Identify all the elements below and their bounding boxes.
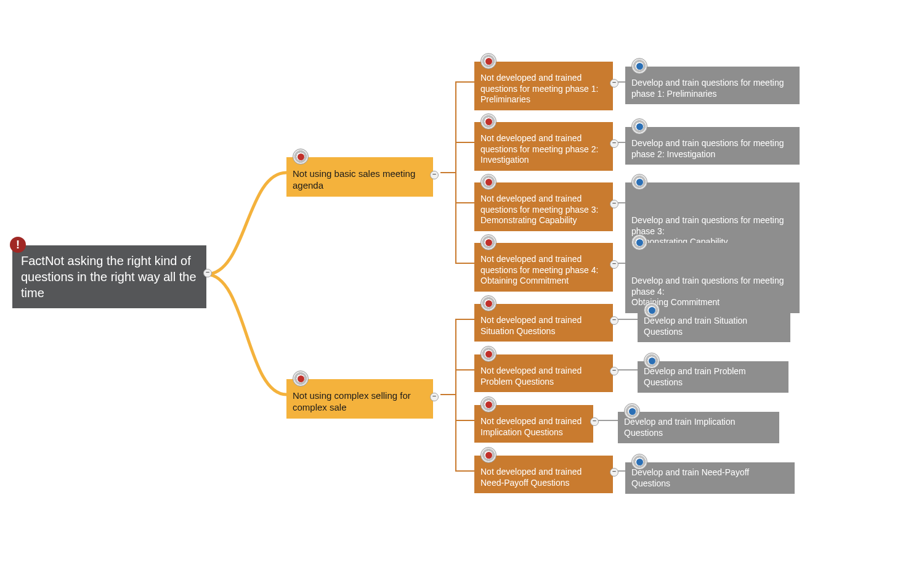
- leaf-label: Develop and train questions for meeting …: [631, 138, 784, 159]
- subnode[interactable]: Not developed and trained Implication Qu…: [474, 405, 593, 443]
- collapse-toggle[interactable]: [610, 260, 618, 269]
- subnode[interactable]: Not developed and trained questions for …: [474, 122, 613, 171]
- blue-dot-icon: [631, 454, 647, 470]
- red-dot-icon: [480, 113, 496, 129]
- mindmap-canvas: ! FactNot asking the right kind of quest…: [0, 0, 924, 561]
- red-dot-icon: [293, 149, 309, 165]
- leaf-node[interactable]: Develop and train questions for meeting …: [625, 182, 800, 253]
- collapse-toggle[interactable]: [610, 367, 618, 375]
- branch-2-label: Not using complex selling for complex sa…: [293, 390, 411, 412]
- branch-1-label: Not using basic sales meeting agenda: [293, 168, 415, 190]
- collapse-toggle[interactable]: [610, 468, 618, 477]
- collapse-toggle[interactable]: [430, 171, 439, 179]
- leaf-node[interactable]: Develop and train Implication Questions: [618, 412, 779, 443]
- blue-dot-icon: [624, 403, 640, 419]
- leaf-node[interactable]: Develop and train Problem Questions: [638, 361, 788, 393]
- subnode-label: Not developed and trained Situation Ques…: [480, 315, 582, 336]
- collapse-toggle[interactable]: [610, 139, 618, 148]
- blue-dot-icon: [631, 58, 647, 74]
- branch-node-2[interactable]: Not using complex selling for complex sa…: [286, 379, 433, 419]
- red-dot-icon: [480, 295, 496, 311]
- collapse-toggle[interactable]: [610, 200, 618, 208]
- subnode-label: Not developed and trained Problem Questi…: [480, 366, 582, 387]
- subnode-label: Not developed and trained questions for …: [480, 254, 598, 285]
- collapse-toggle[interactable]: [610, 316, 618, 325]
- leaf-label: Develop and train Need-Payoff Questions: [631, 467, 749, 488]
- exclamation-icon: !: [10, 237, 26, 253]
- subnode-label: Not developed and trained Implication Qu…: [480, 416, 582, 437]
- subnode[interactable]: Not developed and trained Situation Ques…: [474, 304, 613, 342]
- leaf-label: Develop and train Situation Questions: [644, 316, 747, 337]
- branch-node-1[interactable]: Not using basic sales meeting agenda: [286, 157, 433, 197]
- leaf-label: Develop and train questions for meeting …: [631, 215, 784, 247]
- subnode-label: Not developed and trained questions for …: [480, 73, 598, 104]
- red-dot-icon: [480, 174, 496, 190]
- subnode-label: Not developed and trained questions for …: [480, 194, 598, 225]
- subnode-label: Not developed and trained Need-Payoff Qu…: [480, 467, 582, 488]
- leaf-node[interactable]: Develop and train questions for meeting …: [625, 67, 800, 104]
- subnode[interactable]: Not developed and trained Need-Payoff Qu…: [474, 456, 613, 493]
- blue-dot-icon: [644, 353, 660, 369]
- leaf-node[interactable]: Develop and train Situation Questions: [638, 311, 790, 342]
- collapse-toggle[interactable]: [203, 269, 212, 277]
- subnode-label: Not developed and trained questions for …: [480, 133, 598, 165]
- blue-dot-icon: [631, 118, 647, 134]
- subnode[interactable]: Not developed and trained questions for …: [474, 182, 613, 231]
- red-dot-icon: [480, 346, 496, 362]
- red-dot-icon: [480, 396, 496, 412]
- subnode[interactable]: Not developed and trained questions for …: [474, 62, 613, 110]
- subnode[interactable]: Not developed and trained Problem Questi…: [474, 354, 613, 392]
- red-dot-icon: [480, 234, 496, 250]
- leaf-node[interactable]: Develop and train Need-Payoff Questions: [625, 462, 795, 494]
- leaf-label: Develop and train Implication Questions: [624, 417, 736, 438]
- subnode[interactable]: Not developed and trained questions for …: [474, 243, 613, 292]
- leaf-label: Develop and train questions for meeting …: [631, 78, 784, 99]
- blue-dot-icon: [631, 174, 647, 190]
- red-dot-icon: [293, 371, 309, 387]
- collapse-toggle[interactable]: [590, 417, 599, 426]
- leaf-node[interactable]: Develop and train questions for meeting …: [625, 127, 800, 165]
- leaf-label: Develop and train Problem Questions: [644, 366, 746, 387]
- root-node[interactable]: ! FactNot asking the right kind of quest…: [12, 245, 206, 308]
- blue-dot-icon: [644, 302, 660, 318]
- root-label: FactNot asking the right kind of questio…: [21, 254, 197, 300]
- red-dot-icon: [480, 447, 496, 463]
- collapse-toggle[interactable]: [610, 79, 618, 88]
- blue-dot-icon: [631, 234, 647, 250]
- collapse-toggle[interactable]: [430, 393, 439, 401]
- red-dot-icon: [480, 53, 496, 69]
